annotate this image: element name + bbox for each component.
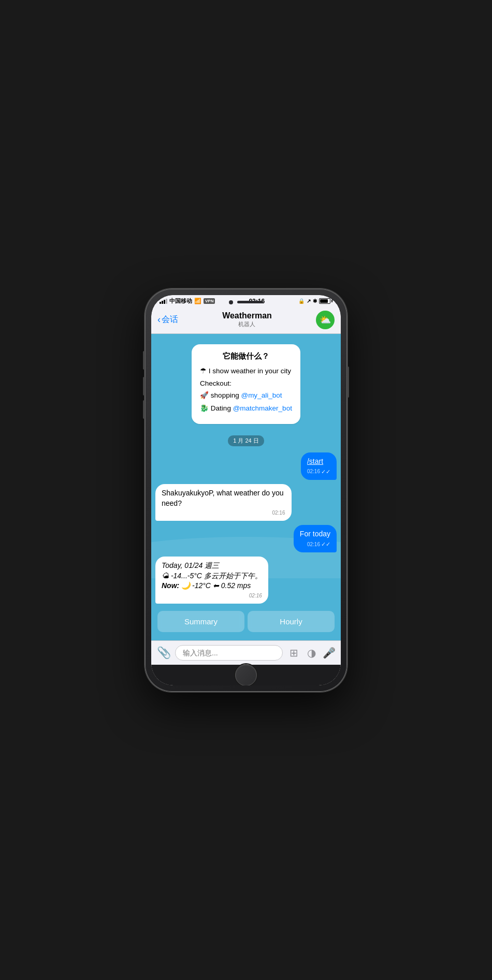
message-time: 02:16 bbox=[272, 509, 285, 517]
signal-bars bbox=[160, 299, 167, 304]
welcome-title: 它能做什么？ bbox=[200, 352, 292, 361]
shopping-link[interactable]: @my_ali_bot bbox=[241, 391, 282, 399]
hourly-button[interactable]: Hourly bbox=[248, 611, 335, 632]
status-right: 🔒 ↗ ✱ bbox=[298, 298, 332, 304]
emoji-button[interactable]: ◑ bbox=[305, 647, 318, 659]
weather-line3: Now: 🌙 -12°C ⬅ 0.52 mps bbox=[162, 581, 262, 591]
chat-area: 它能做什么？ ☂ I show weather in your city Che… bbox=[151, 334, 341, 640]
summary-button[interactable]: Summary bbox=[157, 611, 244, 632]
carrier-label: 中国移动 bbox=[169, 297, 192, 305]
weather-line1: Today, 01/24 週三 bbox=[162, 561, 262, 571]
camera-area bbox=[229, 300, 263, 304]
message-row: Today, 01/24 週三 🌤 -14...-5°C 多云开始于下午。 No… bbox=[155, 557, 337, 604]
message-row: For today 02:16 ✓✓ bbox=[155, 525, 337, 552]
received-bubble: ShakuyakukyoP, what weather do you need?… bbox=[155, 484, 292, 521]
message-text: ShakuyakukyoP, what weather do you need? bbox=[162, 489, 284, 507]
dating-line: 🐉 Dating @matchmaker_bot bbox=[200, 404, 292, 414]
camera-dot bbox=[229, 300, 233, 304]
home-indicator-area bbox=[151, 665, 341, 685]
sent-bubble: /start 02:16 ✓✓ bbox=[301, 452, 337, 480]
home-button[interactable] bbox=[235, 664, 257, 685]
mic-button[interactable]: 🎤 bbox=[322, 647, 336, 659]
welcome-line1: ☂ I show weather in your city bbox=[200, 367, 292, 376]
welcome-bubble: 它能做什么？ ☂ I show weather in your city Che… bbox=[192, 344, 300, 425]
speaker-grille bbox=[237, 301, 263, 303]
weather-line2: 🌤 -14...-5°C 多云开始于下午。 bbox=[162, 571, 262, 581]
chat-title: Weatherman bbox=[222, 311, 272, 320]
lock-icon: 🔒 bbox=[298, 298, 305, 304]
read-receipts: ✓✓ bbox=[321, 540, 330, 548]
message-time: 02:16 bbox=[307, 468, 320, 475]
message-text: /start bbox=[307, 457, 323, 465]
back-label: 会话 bbox=[162, 314, 178, 325]
message-time: 02:16 bbox=[249, 592, 262, 599]
wifi-icon: 📶 bbox=[194, 298, 201, 304]
shopping-line: 🚀 shopping @my_ali_bot bbox=[200, 391, 292, 401]
status-left: 中国移动 📶 VPN bbox=[160, 297, 215, 305]
bot-avatar[interactable]: ⛅ bbox=[316, 311, 335, 329]
attachment-button[interactable]: 📎 bbox=[156, 646, 171, 660]
sticker-button[interactable]: ⊞ bbox=[287, 647, 300, 659]
checkout-label: Checkout: bbox=[200, 379, 292, 389]
chevron-left-icon: ‹ bbox=[157, 314, 161, 325]
battery-icon bbox=[319, 298, 332, 304]
dating-link[interactable]: @matchmaker_bot bbox=[233, 404, 292, 412]
back-button[interactable]: ‹ 会话 bbox=[157, 314, 178, 325]
avatar-emoji: ⛅ bbox=[320, 314, 331, 326]
date-stamp: 1 月 24 日 bbox=[228, 435, 264, 446]
message-row: ShakuyakukyoP, what weather do you need?… bbox=[155, 484, 337, 521]
phone-frame: 中国移动 📶 VPN 02:16 🔒 ↗ ✱ bbox=[145, 289, 347, 692]
vpn-badge: VPN bbox=[204, 298, 215, 304]
message-input[interactable] bbox=[175, 645, 283, 661]
sent-bubble: For today 02:16 ✓✓ bbox=[294, 525, 337, 552]
input-bar: 📎 ⊞ ◑ 🎤 bbox=[151, 640, 341, 665]
chat-subtitle: 机器人 bbox=[222, 320, 272, 328]
read-receipts: ✓✓ bbox=[321, 468, 330, 476]
nav-header: ‹ 会话 Weatherman 机器人 ⛅ bbox=[151, 308, 341, 334]
bluetooth-icon: ✱ bbox=[313, 298, 317, 304]
weather-bubble: Today, 01/24 週三 🌤 -14...-5°C 多云开始于下午。 No… bbox=[155, 557, 268, 604]
quick-replies: Summary Hourly bbox=[155, 608, 337, 635]
message-text: For today bbox=[300, 530, 330, 538]
nav-center: Weatherman 机器人 bbox=[222, 311, 272, 328]
message-row: /start 02:16 ✓✓ bbox=[155, 452, 337, 480]
location-icon: ↗ bbox=[307, 298, 311, 304]
message-time: 02:16 bbox=[307, 541, 320, 548]
